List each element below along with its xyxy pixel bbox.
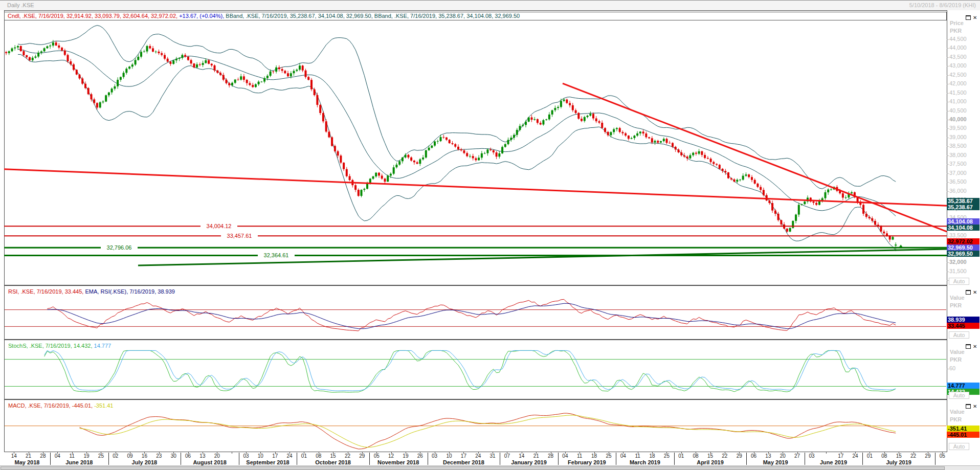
week-day-label: 17	[838, 453, 843, 459]
month-label: January 2019	[511, 459, 547, 465]
macd-axis-title: Value	[950, 409, 965, 415]
rsi-price-badge: 38.939	[947, 317, 979, 323]
week-day-label: 01	[678, 453, 684, 459]
price-axis-tick: 37,500	[947, 161, 967, 167]
week-day-label: 08	[693, 453, 699, 459]
month-separator	[297, 453, 297, 465]
stoch-legend: StochS, .KSE, 7/16/2019, 14.432, 14.777	[8, 343, 111, 349]
month-separator	[50, 453, 51, 465]
price-axis-tick: 36,500	[947, 178, 967, 185]
week-day-label: 31	[490, 453, 496, 459]
price-axis-tick: 33,500	[947, 232, 967, 238]
tick-mark	[947, 93, 949, 94]
week-day-label: 04	[55, 453, 60, 459]
week-day-label: 18	[591, 453, 597, 459]
week-day-label: 16	[142, 453, 147, 459]
tick-mark	[947, 75, 949, 76]
macd-price-badge: -445.01	[947, 432, 979, 438]
price-axis-auto-button[interactable]: Auto	[949, 278, 969, 285]
week-day-label: 24	[853, 453, 858, 459]
week-day-label: 05	[940, 453, 945, 459]
price-legend-segment: BBand, .KSE, 7/16/2019, 35,238.67, 34,10…	[224, 13, 373, 19]
tick-mark	[947, 48, 949, 49]
macd-legend-segment: -351.41	[93, 402, 113, 409]
month-separator	[674, 453, 675, 465]
week-day-label: 22	[910, 453, 916, 459]
week-day-label: 13	[765, 453, 771, 459]
stoch-panel-controls[interactable]: ✕	[966, 342, 977, 347]
week-day-label: 01	[867, 453, 873, 459]
macd-legend: MACD, .KSE, 7/16/2019, -445.01, -351.41	[8, 402, 113, 409]
stoch-axis-auto-button[interactable]: Auto	[949, 392, 969, 399]
week-day-label: 27	[794, 453, 800, 459]
maximize-panel-icon[interactable]	[966, 344, 971, 349]
scrollbar-thumb[interactable]	[1, 466, 945, 470]
tick-mark	[947, 138, 949, 138]
month-separator	[108, 453, 109, 465]
month-separator	[935, 453, 936, 465]
horizontal-scrollbar[interactable]	[0, 465, 980, 470]
price-axis-tick: 43,500	[947, 54, 967, 60]
maximize-panel-icon[interactable]	[966, 290, 971, 295]
week-day-label: 25	[664, 453, 670, 459]
price-axis-tick: 43,000	[947, 62, 967, 69]
tick-mark	[947, 102, 949, 102]
close-panel-icon[interactable]: ✕	[973, 15, 977, 20]
month-label: June 2019	[820, 459, 847, 465]
week-day-label: 20	[780, 453, 786, 459]
price-axis-tick: 39,000	[947, 134, 967, 140]
month-label: November 2018	[377, 459, 419, 465]
macd-axis-currency: PKR	[950, 416, 962, 422]
macd-axis-auto-button[interactable]: Auto	[949, 443, 969, 450]
maximize-panel-icon[interactable]	[966, 15, 971, 20]
month-separator	[500, 453, 500, 465]
price-legend-segment: +13.67, (+0.04%),	[177, 13, 224, 19]
price-axis-title: Price	[950, 20, 964, 26]
month-separator	[805, 453, 805, 465]
price-axis-tick: 38,000	[947, 152, 967, 158]
tick-mark	[947, 182, 949, 183]
price-price-badge: 35,238.67	[947, 198, 979, 204]
stoch-price-badge: 14.777	[947, 383, 979, 389]
month-separator	[181, 453, 181, 465]
week-day-label: 01	[301, 453, 307, 459]
maximize-panel-icon[interactable]	[966, 404, 971, 409]
price-price-badge: 34,104.08	[947, 218, 979, 225]
week-day-label: 07	[504, 453, 510, 459]
price-axis-tick: 41,000	[947, 98, 967, 104]
rsi-axis-auto-button[interactable]: Auto	[949, 331, 969, 339]
month-separator	[369, 453, 370, 465]
tick-mark	[947, 120, 949, 120]
month-label: July 2019	[886, 459, 911, 465]
price-price-badge: 35,238.67	[947, 204, 979, 210]
month-separator	[239, 453, 239, 465]
close-panel-icon[interactable]: ✕	[973, 289, 977, 295]
price-price-badge: 32,969.50	[947, 244, 979, 251]
month-separator	[746, 453, 747, 465]
week-day-label: 20	[214, 453, 220, 459]
price-axis-tick: 42,000	[947, 80, 967, 86]
price-panel-controls[interactable]: ✕	[966, 13, 977, 18]
tick-mark	[947, 272, 949, 272]
price-axis-tick: 38,500	[947, 143, 967, 149]
price-axis-tick: 31,500	[947, 268, 967, 274]
close-panel-icon[interactable]: ✕	[973, 344, 977, 349]
close-panel-icon[interactable]: ✕	[973, 404, 977, 409]
price-axis-tick: 39,500	[947, 125, 967, 131]
week-day-label: 19	[83, 453, 89, 459]
month-separator	[862, 453, 863, 465]
rsi-panel-controls[interactable]: ✕	[966, 287, 977, 293]
price-axis-tick: 41,500	[947, 89, 967, 96]
price-axis-currency: PKR	[950, 28, 962, 34]
macd-panel-controls[interactable]: ✕	[966, 401, 977, 407]
week-day-label: 15	[707, 453, 713, 459]
month-label: September 2018	[246, 459, 289, 465]
chart-plot-svg[interactable]: 34,004.1233,457.6132,796.0632,364.61	[0, 1, 980, 470]
stoch-legend-segment: StochS, .KSE, 7/16/2019, 14.432,	[8, 343, 93, 349]
tick-mark	[947, 111, 949, 111]
week-day-label: 14	[519, 453, 524, 459]
week-day-label: 22	[345, 453, 350, 459]
week-day-label: 21	[533, 453, 539, 459]
week-day-label: 11	[577, 453, 582, 459]
tick-mark	[947, 66, 949, 66]
